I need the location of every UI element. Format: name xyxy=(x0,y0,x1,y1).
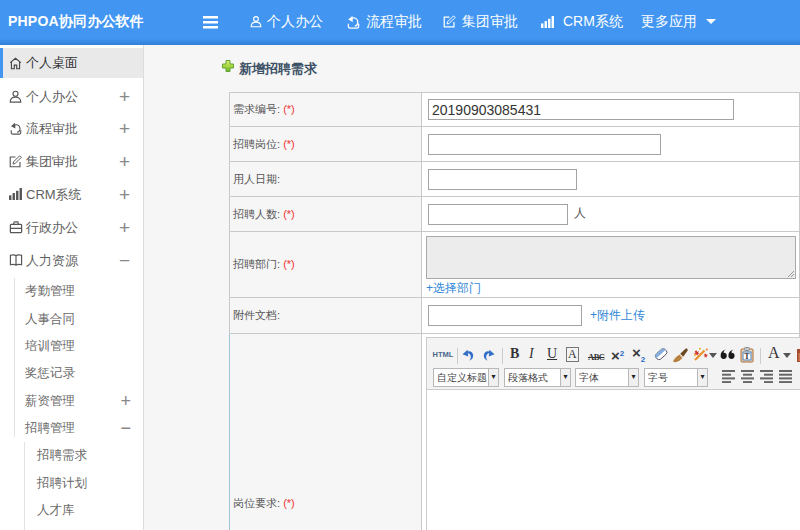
svg-text:T: T xyxy=(744,352,750,361)
